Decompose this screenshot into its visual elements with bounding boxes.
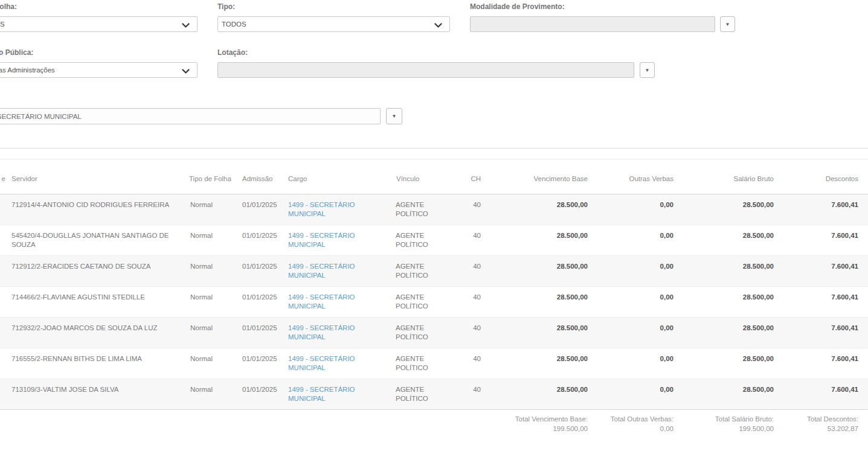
cell-filler xyxy=(861,379,868,410)
payroll-report-page: Folha: TODOS Tipo: TODOS Modalidade de P… xyxy=(0,0,868,454)
folha-select-value: TODOS xyxy=(0,21,5,28)
cell-cargo: 1499 - SECRETÁRIO MUNICIPAL xyxy=(286,225,393,256)
modalidade-provimento-dropdown-button[interactable]: ▼ xyxy=(720,16,735,32)
chevron-down-icon xyxy=(434,22,442,30)
column-header-outras-verbas: Outras Verbas xyxy=(590,159,676,194)
total-outras-verbas: Total Outras Verbas: 0,00 xyxy=(590,410,676,434)
results-panel: e Servidor Tipo de Folha Admissão Cargo … xyxy=(0,148,868,454)
cell-vinculo: AGENTE POLÍTICO xyxy=(393,379,446,410)
cell-vencimento-base: 28.500,00 xyxy=(484,348,590,379)
column-header-filler xyxy=(861,159,868,194)
lotacao-input[interactable] xyxy=(217,62,634,78)
table-row: 714466/2-FLAVIANE AGUSTINI STEDILLENorma… xyxy=(0,287,868,318)
cell-cut xyxy=(0,348,9,379)
table-header-row: e Servidor Tipo de Folha Admissão Cargo … xyxy=(0,159,868,194)
cargo-link[interactable]: 1499 - SECRETÁRIO MUNICIPAL xyxy=(288,324,361,342)
administracao-publica-select-value: Todas Administrações xyxy=(0,66,55,74)
cell-descontos: 7.600,41 xyxy=(776,318,861,348)
table-row: 712912/2-ERACIDES CAETANO DE SOUZANormal… xyxy=(0,256,868,287)
cell-descontos: 7.600,41 xyxy=(776,256,861,287)
cell-vencimento-base: 28.500,00 xyxy=(484,256,590,287)
cell-outras-verbas: 0,00 xyxy=(590,256,676,287)
cell-descontos: 7.600,41 xyxy=(776,287,861,318)
cell-admissao: 01/01/2025 xyxy=(240,348,286,379)
total-descontos-label: Total Descontos: xyxy=(779,415,858,424)
cell-filler xyxy=(861,318,868,348)
cell-filler xyxy=(861,256,868,287)
cell-cut xyxy=(0,256,9,287)
folha-label: Folha: xyxy=(0,2,17,11)
cell-vencimento-base: 28.500,00 xyxy=(484,225,590,256)
cell-outras-verbas: 0,00 xyxy=(590,348,676,379)
cell-salario-bruto: 28.500,00 xyxy=(676,318,776,348)
folha-select[interactable]: TODOS xyxy=(0,16,198,32)
cell-outras-verbas: 0,00 xyxy=(590,225,676,256)
caret-down-icon: ▼ xyxy=(645,68,650,73)
cell-cargo: 1499 - SECRETÁRIO MUNICIPAL xyxy=(286,194,393,225)
cell-admissao: 01/01/2025 xyxy=(240,287,286,318)
cell-servidor: 714466/2-FLAVIANE AGUSTINI STEDILLE xyxy=(9,287,188,318)
modalidade-provimento-input[interactable] xyxy=(470,16,715,32)
cell-servidor: 712912/2-ERACIDES CAETANO DE SOUZA xyxy=(9,256,188,287)
cargo-link[interactable]: 1499 - SECRETÁRIO MUNICIPAL xyxy=(288,262,361,280)
cargo-dropdown-button[interactable]: ▼ xyxy=(386,108,402,124)
cell-salario-bruto: 28.500,00 xyxy=(676,348,776,379)
caret-down-icon: ▼ xyxy=(725,22,730,27)
cell-servidor: 712932/2-JOAO MARCOS DE SOUZA DA LUZ xyxy=(9,318,188,348)
total-descontos-value: 53.202,87 xyxy=(779,424,858,433)
chevron-down-icon xyxy=(182,68,190,75)
totals-row: Total Vencimento Base: 199.500,00 Total … xyxy=(0,410,868,434)
cell-ch: 40 xyxy=(446,225,484,256)
cell-salario-bruto: 28.500,00 xyxy=(676,287,776,318)
column-header-ch: CH xyxy=(446,159,484,194)
total-descontos: Total Descontos: 53.202,87 xyxy=(776,410,861,434)
cell-admissao: 01/01/2025 xyxy=(240,194,286,225)
cell-outras-verbas: 0,00 xyxy=(590,318,676,348)
cargo-link[interactable]: 1499 - SECRETÁRIO MUNICIPAL xyxy=(288,200,361,219)
cell-vinculo: AGENTE POLÍTICO xyxy=(393,318,446,348)
cell-salario-bruto: 28.500,00 xyxy=(676,225,776,256)
column-header-cut: e xyxy=(0,159,9,194)
column-header-cargo: Cargo xyxy=(286,159,393,194)
modalidade-provimento-label: Modalidade de Provimento: xyxy=(470,2,565,11)
cell-vencimento-base: 28.500,00 xyxy=(484,379,590,410)
lotacao-dropdown-button[interactable]: ▼ xyxy=(640,62,655,78)
total-vencimento-base-label: Total Vencimento Base: xyxy=(486,415,588,424)
cell-filler xyxy=(861,287,868,318)
cargo-link[interactable]: 1499 - SECRETÁRIO MUNICIPAL xyxy=(288,231,361,249)
table-row: 716555/2-RENNAN BITHS DE LIMA LIMANormal… xyxy=(0,348,868,379)
cell-vinculo: AGENTE POLÍTICO xyxy=(393,225,446,256)
column-header-descontos: Descontos xyxy=(776,159,861,194)
cell-vinculo: AGENTE POLÍTICO xyxy=(393,348,446,379)
cell-ch: 40 xyxy=(446,287,484,318)
cargo-link[interactable]: 1499 - SECRETÁRIO MUNICIPAL xyxy=(288,385,361,403)
administracao-publica-label: Administração Pública: xyxy=(0,48,33,57)
cargo-combobox-input[interactable]: SECRETÁRIO MUNICIPAL xyxy=(0,108,381,124)
cell-admissao: 01/01/2025 xyxy=(240,256,286,287)
caret-down-icon: ▼ xyxy=(392,114,397,119)
cell-descontos: 7.600,41 xyxy=(776,194,861,225)
cell-vencimento-base: 28.500,00 xyxy=(484,287,590,318)
cell-tipo-de-folha: Normal xyxy=(188,194,240,225)
cargo-link[interactable]: 1499 - SECRETÁRIO MUNICIPAL xyxy=(288,293,361,311)
column-header-salario-bruto: Salário Bruto xyxy=(676,159,776,194)
column-header-vinculo: Vínculo xyxy=(393,159,446,194)
total-outras-verbas-value: 0,00 xyxy=(593,424,674,433)
cell-outras-verbas: 0,00 xyxy=(590,287,676,318)
payroll-table: e Servidor Tipo de Folha Admissão Cargo … xyxy=(0,159,868,433)
column-header-vencimento-base: Vencimento Base xyxy=(484,159,590,194)
column-header-tipo-de-folha: Tipo de Folha xyxy=(188,159,240,194)
total-outras-verbas-label: Total Outras Verbas: xyxy=(593,415,674,424)
cargo-link[interactable]: 1499 - SECRETÁRIO MUNICIPAL xyxy=(288,354,361,372)
cell-ch: 40 xyxy=(446,379,484,410)
column-header-admissao: Admissão xyxy=(240,159,286,194)
chevron-down-icon xyxy=(182,22,190,30)
cell-ch: 40 xyxy=(446,318,484,348)
tipo-select[interactable]: TODOS xyxy=(217,16,450,32)
total-salario-bruto-value: 199.500,00 xyxy=(678,424,774,433)
administracao-publica-select[interactable]: Todas Administrações xyxy=(0,62,198,78)
tipo-select-value: TODOS xyxy=(222,21,246,28)
cell-cargo: 1499 - SECRETÁRIO MUNICIPAL xyxy=(286,287,393,318)
cell-salario-bruto: 28.500,00 xyxy=(676,379,776,410)
cell-tipo-de-folha: Normal xyxy=(188,256,240,287)
